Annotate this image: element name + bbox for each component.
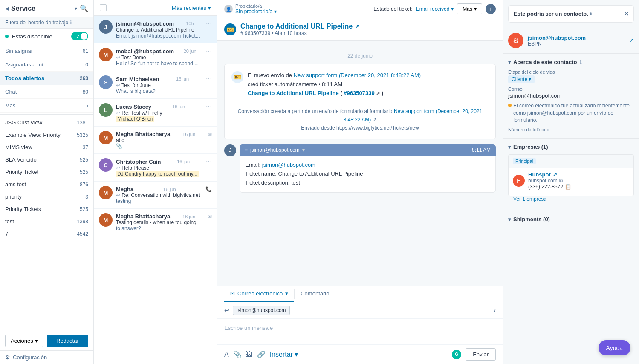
shipments-title[interactable]: ▾ Shipments (0): [508, 216, 634, 222]
conv-preview: DJ Condry happy to reach out my...: [116, 171, 212, 177]
email-value-link[interactable]: jsimon@hubspot.com: [262, 162, 315, 168]
main-header: 👤 Propietario/a Sin propietario/a ▾ Esta…: [217, 0, 503, 18]
composer-footer: A 📎 🖼 🔗 Insertar ▾ G Enviar: [217, 344, 503, 364]
sidebar-item-priority-tickets[interactable]: Priority Tickets 525: [0, 203, 93, 215]
sidebar-bottom-buttons: Acciones ▾ Redactar: [0, 331, 93, 350]
help-bubble[interactable]: Ayuda: [599, 340, 630, 355]
chevron-down-icon: ▾: [508, 217, 511, 222]
owner-value: Sin propietario/a: [235, 9, 272, 14]
composer-body[interactable]: Escribe un mensaje: [217, 319, 503, 344]
more-button[interactable]: Más ▾: [457, 3, 482, 14]
search-icon[interactable]: 🔍: [80, 4, 88, 12]
close-suggestion-button[interactable]: ✕: [624, 10, 629, 18]
available-dot: [5, 35, 9, 38]
redactar-label: Redactar: [56, 338, 79, 344]
availability-toggle[interactable]: ✓: [71, 32, 88, 40]
lifecycle-chevron-icon: ▾: [529, 76, 531, 82]
text-format-icon[interactable]: A: [224, 351, 229, 358]
companies-title[interactable]: ▾ Empresas (1): [508, 144, 634, 150]
envelope-icon: ≡: [245, 147, 248, 153]
menu-icon[interactable]: ⋯: [206, 158, 212, 165]
conv-sender: Megha Bhattacharya: [116, 131, 170, 137]
conv-item[interactable]: M Megha Bhattacharya 16 jun ✉ abc 📎: [94, 127, 217, 154]
sidebar-item-mas[interactable]: Más ›: [0, 99, 93, 113]
redactar-button[interactable]: Redactar: [47, 335, 88, 347]
conv-item[interactable]: M Megha Bhattacharya 16 jun ✉ Testing de…: [94, 209, 217, 236]
nav-item-count: ›: [87, 103, 88, 109]
sidebar-item-priority-ticket[interactable]: Priority Ticket 525: [0, 166, 93, 178]
avatar: M: [99, 186, 113, 199]
tab-comment[interactable]: Comentario: [295, 286, 335, 302]
date-divider: 22 de junio: [224, 53, 496, 59]
phone-copy-icon[interactable]: 📋: [565, 184, 571, 190]
conv-item[interactable]: M Megha 16 jun 📞 ↩ Re: Conversation with…: [94, 182, 217, 209]
phone-icon: 📞: [205, 186, 212, 192]
custom-item-label: Example View: Priority: [5, 132, 77, 138]
sidebar-item-mims[interactable]: MIMS view 37: [0, 141, 93, 153]
external-link-icon[interactable]: ↗: [355, 23, 359, 29]
conv-item[interactable]: J jsimon@hubspot.com 10h ⋯ Change to Add…: [94, 16, 217, 43]
tab-email[interactable]: ✉ Correo electrónico ▾: [224, 286, 294, 302]
ticket-info: Change to Additional URL Pipeline ↗ # 96…: [240, 23, 359, 36]
message-bubble-header: ≡ jsimon@hubspot.com ▾ 8:11 AM: [240, 144, 496, 156]
insert-button[interactable]: Insertar ▾: [270, 350, 298, 358]
sidebar-item-chat[interactable]: Chat 80: [0, 85, 93, 99]
sidebar-item-ams-test[interactable]: ams test 876: [0, 178, 93, 191]
custom-item-label: ams test: [5, 181, 80, 188]
recipient-pill[interactable]: jsimon@hubspot.com: [233, 306, 290, 315]
conv-item[interactable]: C Christopher Cain 16 jun ⋯ ↩ Help Pleas…: [94, 154, 217, 182]
send-button[interactable]: Enviar: [466, 348, 496, 361]
sidebar-item-asignadas[interactable]: Asignadas a mí 0: [0, 58, 93, 72]
sidebar-item-jsg[interactable]: JSG Cust View 1381: [0, 116, 93, 129]
ver-empresa-link[interactable]: Ver 1 empresa: [508, 196, 634, 205]
sidebar-item-7[interactable]: 7 4542: [0, 228, 93, 240]
contact-external-link-icon[interactable]: ↗: [630, 38, 634, 43]
conv-preview: Hello! So fun not to have to spend ...: [116, 61, 212, 66]
status-badge[interactable]: Email received ▾: [416, 6, 454, 12]
menu-icon[interactable]: ⋯: [206, 20, 212, 27]
conv-time: 16 jun: [182, 214, 195, 219]
conv-item[interactable]: S Sam Michaelsen 16 jun ⋯ ↩ Test for Jun…: [94, 71, 217, 99]
conv-body: jsimon@hubspot.com 10h ⋯ Change to Addit…: [116, 20, 212, 39]
menu-icon[interactable]: ⋯: [206, 103, 212, 110]
sidebar-item-sin-asignar[interactable]: Sin asignar 61: [0, 44, 93, 58]
link-icon[interactable]: 🔗: [257, 350, 266, 358]
sort-button[interactable]: Más recientes ▾: [172, 5, 211, 11]
sidebar-config[interactable]: ⚙ Configuración: [0, 350, 93, 364]
chevron-down-icon[interactable]: ▾: [75, 6, 77, 12]
sidebar-item-priority[interactable]: priority 3: [0, 191, 93, 203]
contact-email[interactable]: jsimon@hubspot.com: [528, 35, 625, 41]
ticket-icon: 🎫: [224, 23, 236, 35]
ticket-name-link[interactable]: Change to Additional URL Pipeline: [248, 90, 339, 96]
form-link[interactable]: New support form (December 20, 2021 8:48…: [294, 72, 421, 78]
acciones-button[interactable]: Acciones ▾: [5, 335, 43, 347]
back-icon[interactable]: ◂: [5, 4, 9, 12]
right-panel: Este podría ser un contacto. ℹ ✕ ⚙ jsimo…: [503, 0, 639, 364]
attachment-icon[interactable]: 📎: [233, 350, 242, 358]
lifecycle-badge[interactable]: Cliente ▾: [508, 75, 535, 83]
expand-icon[interactable]: ‹: [494, 307, 496, 314]
company-card-body: H Hubspot ↗ hubspot.com ⧉ (336) 222-8572: [509, 168, 633, 196]
about-section-title[interactable]: ▾ Acerca de este contacto ℹ: [508, 59, 634, 65]
conv-item[interactable]: L Lucas Stacey 16 jun ⋯ ↩ Re: Test w/ Fi…: [94, 99, 217, 127]
select-all-checkbox[interactable]: [100, 4, 107, 11]
sidebar-item-test[interactable]: test 1398: [0, 215, 93, 228]
grammarly-button[interactable]: G: [452, 350, 461, 359]
image-icon[interactable]: 🖼: [246, 351, 253, 358]
menu-icon[interactable]: ⋯: [206, 48, 212, 55]
url-copy-icon[interactable]: ⧉: [559, 178, 563, 184]
sidebar-item-todos-abiertos[interactable]: Todos abiertos 263: [0, 72, 93, 85]
message-chevron-icon: ▾: [302, 147, 305, 153]
sidebar-item-example-priority[interactable]: Example View: Priority 5325: [0, 129, 93, 141]
ticket-num-link[interactable]: #963507339: [344, 90, 374, 96]
custom-item-count: 5325: [77, 132, 88, 138]
menu-icon[interactable]: ⋯: [206, 75, 212, 82]
sidebar-item-sla[interactable]: SLA Vencido 525: [0, 153, 93, 166]
sort-label: Más recientes: [172, 5, 206, 11]
company-name[interactable]: Hubspot ↗: [528, 171, 571, 178]
conv-body: Megha Bhattacharya 16 jun ✉ abc 📎: [116, 131, 212, 149]
conv-item[interactable]: M moball@hubspot.com 20 jun ⋯ ↩ Test Dem…: [94, 43, 217, 71]
owner-name[interactable]: Sin propietario/a ▾: [235, 9, 277, 14]
custom-item-count: 4542: [77, 231, 88, 237]
info-button[interactable]: i: [486, 4, 496, 14]
